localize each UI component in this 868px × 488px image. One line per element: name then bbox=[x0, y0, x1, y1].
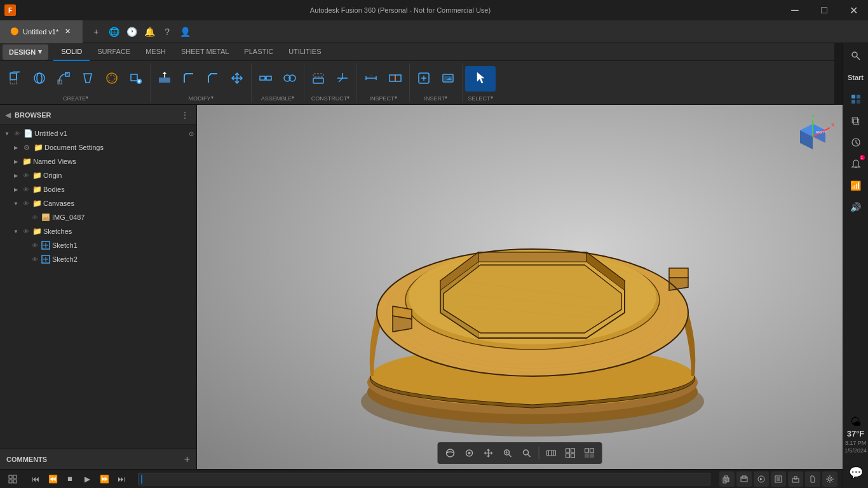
tree-arrow-named-views[interactable]: ▶ bbox=[11, 157, 20, 166]
weather-widget[interactable]: 🌤 37°F 3:17 PM 1/5/2024 bbox=[842, 410, 868, 459]
tree-eye-origin[interactable]: 👁 bbox=[22, 171, 31, 180]
create-loft-button[interactable] bbox=[76, 66, 99, 92]
timeline-play-button[interactable]: ▶ bbox=[79, 471, 95, 487]
tree-item-sketches[interactable]: ▼ 👁 📁 Sketches bbox=[0, 224, 196, 238]
activity-button[interactable]: 🕐 bbox=[124, 24, 139, 39]
tree-arrow-untitled[interactable]: ▼ bbox=[3, 129, 11, 138]
search-button[interactable] bbox=[846, 46, 866, 66]
design-button[interactable]: DESIGN ▾ bbox=[3, 44, 48, 60]
insert-dropdown-arrow[interactable]: ▾ bbox=[445, 95, 447, 100]
timeline-track[interactable] bbox=[138, 473, 710, 485]
select-button[interactable] bbox=[465, 66, 496, 92]
tree-eye-untitled[interactable]: 👁 bbox=[13, 129, 22, 138]
modify-chamfer-button[interactable] bbox=[201, 66, 224, 92]
tab-plastic[interactable]: PLASTIC bbox=[236, 43, 281, 61]
tab-surface[interactable]: SURFACE bbox=[90, 43, 138, 61]
playback-icon-5[interactable] bbox=[788, 471, 803, 487]
create-sweep-button[interactable] bbox=[52, 66, 75, 92]
playback-icon-6[interactable] bbox=[805, 471, 820, 487]
notification-button[interactable]: 1 bbox=[846, 154, 866, 174]
create-more-button[interactable] bbox=[125, 66, 147, 92]
modify-press-pull-button[interactable] bbox=[153, 66, 176, 92]
task-view-button[interactable] bbox=[846, 89, 866, 109]
tree-item-sketch1[interactable]: 👁 Sketch1 bbox=[0, 238, 196, 252]
tree-arrow-doc-settings[interactable]: ▶ bbox=[11, 143, 20, 152]
tab-utilities[interactable]: UTILITIES bbox=[281, 43, 329, 61]
select-dropdown-arrow[interactable]: ▾ bbox=[491, 95, 493, 100]
help-tab-button[interactable]: ? bbox=[159, 24, 175, 39]
grid-settings-button[interactable] bbox=[562, 444, 580, 462]
assemble-dropdown-arrow[interactable]: ▾ bbox=[292, 95, 294, 100]
online-button[interactable]: 🌐 bbox=[106, 24, 121, 39]
minimize-button[interactable]: ─ bbox=[780, 0, 810, 20]
comments-add-button[interactable]: + bbox=[184, 454, 190, 465]
close-button[interactable]: ✕ bbox=[839, 0, 868, 20]
inspect-section-analysis-button[interactable] bbox=[384, 66, 407, 92]
playback-icon-2[interactable] bbox=[736, 471, 752, 487]
account-button[interactable]: 👤 bbox=[177, 24, 193, 39]
tree-item-img0487[interactable]: 👁 IMG_0487 bbox=[0, 210, 196, 224]
viewport-options-button[interactable] bbox=[581, 444, 599, 462]
tree-eye-sketches[interactable]: 👁 bbox=[22, 227, 31, 236]
display-settings-button[interactable] bbox=[543, 444, 560, 462]
fit-view-button[interactable] bbox=[518, 444, 536, 462]
tree-eye-bodies[interactable]: 👁 bbox=[22, 185, 31, 194]
tree-item-doc-settings[interactable]: ▶ ⚙ 📁 Document Settings bbox=[0, 140, 196, 154]
maximize-button[interactable]: □ bbox=[810, 0, 839, 20]
modify-move-button[interactable] bbox=[226, 66, 248, 92]
layers-button[interactable]: ⧉ bbox=[846, 111, 866, 131]
insert-canvas-button[interactable] bbox=[437, 66, 459, 92]
orbit-button[interactable] bbox=[442, 444, 459, 462]
tree-eye-sketch2[interactable]: 👁 bbox=[31, 255, 39, 264]
tree-item-sketch2[interactable]: 👁 Sketch2 bbox=[0, 252, 196, 266]
tab-mesh[interactable]: MESH bbox=[138, 43, 173, 61]
timeline-prev-button[interactable]: ⏪ bbox=[45, 471, 60, 487]
playback-icon-4[interactable] bbox=[771, 471, 786, 487]
browser-collapse-icon[interactable]: ◀ bbox=[5, 111, 11, 119]
network-button[interactable]: 📶 bbox=[846, 175, 866, 196]
browser-menu-icon[interactable]: ⋮ bbox=[179, 109, 191, 121]
modify-dropdown-arrow[interactable]: ▾ bbox=[211, 95, 214, 100]
tree-item-named-views[interactable]: ▶ 📁 Named Views bbox=[0, 154, 196, 168]
tab-close-button[interactable]: ✕ bbox=[62, 27, 72, 37]
tree-eye-canvases[interactable]: 👁 bbox=[22, 199, 31, 208]
widgets-button[interactable] bbox=[846, 132, 866, 152]
pan-camera-button[interactable] bbox=[461, 444, 478, 462]
create-dropdown-arrow[interactable]: ▾ bbox=[86, 95, 88, 100]
timeline-next-button[interactable]: ⏩ bbox=[97, 471, 112, 487]
tree-arrow-origin[interactable]: ▶ bbox=[11, 171, 20, 180]
tree-item-canvases[interactable]: ▼ 👁 📁 Canvases bbox=[0, 196, 196, 210]
create-revolve-button[interactable] bbox=[28, 66, 51, 92]
new-tab-button[interactable]: + bbox=[88, 24, 104, 39]
tree-pin-untitled[interactable]: ⊙ bbox=[189, 130, 194, 137]
inspect-measure-button[interactable]: ↔ bbox=[360, 66, 383, 92]
inspect-dropdown-arrow[interactable]: ▾ bbox=[395, 95, 397, 100]
window-controls[interactable]: ─ □ ✕ bbox=[780, 0, 868, 20]
tree-item-bodies[interactable]: ▶ 👁 📁 Bodies bbox=[0, 182, 196, 196]
tree-eye-img0487[interactable]: 👁 bbox=[31, 213, 39, 222]
assemble-more-button[interactable] bbox=[278, 66, 301, 92]
comments-bar[interactable]: COMMENTS + bbox=[0, 449, 196, 469]
playback-icon-1[interactable] bbox=[719, 471, 735, 487]
tab-solid[interactable]: SOLID bbox=[53, 43, 90, 61]
tree-item-untitled[interactable]: ▼ 👁 📄 Untitled v1 ⊙ bbox=[0, 126, 196, 140]
tree-item-origin[interactable]: ▶ 👁 📁 Origin bbox=[0, 168, 196, 182]
modify-fillet-button[interactable] bbox=[177, 66, 200, 92]
create-extrude-button[interactable] bbox=[4, 66, 27, 92]
viewport[interactable]: X Y RIGHT bbox=[197, 105, 843, 469]
active-tab[interactable]: 🟠 Untitled v1* ✕ bbox=[0, 20, 83, 43]
tab-sheet-metal[interactable]: SHEET METAL bbox=[173, 43, 236, 61]
timeline-stop-button[interactable]: ⏹ bbox=[62, 471, 78, 487]
playback-settings-button[interactable] bbox=[822, 471, 837, 487]
construct-dropdown-arrow[interactable]: ▾ bbox=[347, 95, 349, 100]
orientation-gizmo[interactable]: X Y RIGHT bbox=[790, 112, 835, 157]
zoom-in-button[interactable] bbox=[499, 444, 517, 462]
notification-tab-button[interactable]: 🔔 bbox=[142, 24, 157, 39]
tree-arrow-bodies[interactable]: ▶ bbox=[11, 185, 20, 194]
construct-more-button[interactable] bbox=[331, 66, 354, 92]
timeline-icon[interactable] bbox=[5, 471, 20, 487]
chat-button[interactable]: 💬 bbox=[846, 463, 866, 483]
tree-eye-sketch1[interactable]: 👁 bbox=[31, 241, 39, 250]
timeline-start-button[interactable]: ⏮ bbox=[28, 471, 43, 487]
assemble-joint-button[interactable] bbox=[254, 66, 277, 92]
